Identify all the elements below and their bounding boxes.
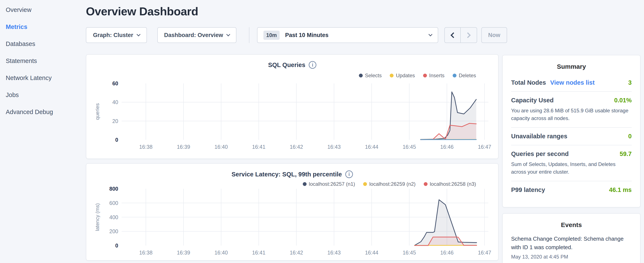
events-heading: Events — [502, 214, 640, 228]
chevron-left-icon — [450, 32, 456, 38]
stat-description: Sum of Selects, Updates, Inserts, and De… — [511, 160, 632, 176]
stat-label: P99 latency — [511, 186, 545, 193]
svg-text:16:39: 16:39 — [177, 144, 190, 150]
svg-text:200: 200 — [109, 228, 118, 234]
graph-dropdown-label: Graph: Cluster — [93, 32, 133, 39]
time-window-select[interactable]: 10m Past 10 Minutes — [257, 27, 438, 43]
page-title: Overview Dashboard — [86, 5, 198, 18]
service-latency-card: Service Latency: SQL, 99th percentile i … — [86, 163, 498, 261]
sidebar-item-network-latency[interactable]: Network Latency — [0, 69, 86, 86]
controls-divider — [249, 27, 250, 43]
svg-text:16:40: 16:40 — [214, 249, 228, 255]
time-window-badge: 10m — [264, 31, 280, 40]
stat-value: 0.01% — [614, 97, 632, 104]
sql-queries-card: SQL Queries i SelectsUpdatesInsertsDelet… — [86, 54, 498, 159]
view-nodes-list-link[interactable]: View nodes list — [550, 79, 595, 86]
svg-text:16:43: 16:43 — [328, 144, 341, 150]
svg-text:16:43: 16:43 — [328, 249, 341, 255]
stat-label: Capacity Used — [511, 97, 554, 104]
svg-text:20: 20 — [112, 118, 118, 124]
stat-row-queries-per-second: Queries per second 59.7 Sum of Selects, … — [511, 145, 632, 181]
dashboard-dropdown-label: Dashboard: Overview — [164, 32, 223, 39]
summary-panel: Summary Total Nodes View nodes list 3 Ca… — [502, 55, 640, 207]
sidebar-item-jobs[interactable]: Jobs — [0, 86, 86, 103]
svg-text:queries: queries — [94, 103, 100, 120]
stat-value: 59.7 — [620, 150, 632, 157]
stat-row-total-nodes: Total Nodes View nodes list 3 — [511, 74, 632, 92]
sidebar-item-metrics[interactable]: Metrics — [0, 18, 86, 35]
chevron-down-icon — [428, 32, 432, 36]
summary-body: Total Nodes View nodes list 3 Capacity U… — [502, 70, 640, 198]
svg-text:40: 40 — [112, 99, 118, 105]
svg-text:16:45: 16:45 — [403, 144, 416, 150]
svg-text:800: 800 — [109, 186, 118, 192]
now-button[interactable]: Now — [481, 27, 507, 43]
events-body: Schema Change Completed: Schema change w… — [502, 228, 640, 260]
event-item: Schema Change Completed: Schema change w… — [511, 234, 632, 260]
svg-text:16:39: 16:39 — [177, 249, 190, 255]
time-window-label: Past 10 Minutes — [285, 32, 429, 39]
controls-bar: Graph: Cluster Dashboard: Overview 10m P… — [86, 27, 644, 43]
svg-text:16:42: 16:42 — [290, 144, 303, 150]
sidebar-item-advanced-debug[interactable]: Advanced Debug — [0, 103, 86, 120]
dashboard-dropdown[interactable]: Dashboard: Overview — [157, 27, 236, 43]
stat-row-capacity-used: Capacity Used 0.01% You are using 28.6 M… — [511, 92, 632, 128]
sidebar: Overview Metrics Databases Statements Ne… — [0, 0, 86, 263]
svg-text:16:41: 16:41 — [252, 249, 266, 255]
app-root: Overview Metrics Databases Statements Ne… — [0, 0, 644, 263]
sql-queries-chart: 16:3816:3916:4016:4116:4216:4316:4416:45… — [86, 55, 499, 159]
svg-text:16:38: 16:38 — [139, 144, 153, 150]
stat-value: 3 — [628, 79, 632, 86]
svg-text:16:38: 16:38 — [139, 249, 153, 255]
chevron-down-icon — [136, 32, 140, 36]
event-timestamp: May 13, 2020 at 4:45 PM — [511, 254, 632, 260]
stat-row-p99-latency: P99 latency 46.1 ms — [511, 181, 632, 198]
stat-value: 46.1 ms — [609, 186, 632, 193]
svg-text:60: 60 — [112, 80, 118, 86]
svg-text:600: 600 — [109, 200, 118, 206]
service-latency-chart: 16:3816:3916:4016:4116:4216:4316:4416:45… — [86, 164, 499, 261]
svg-text:latency (ms): latency (ms) — [94, 203, 100, 231]
svg-text:16:41: 16:41 — [252, 144, 266, 150]
stat-value: 0 — [628, 133, 632, 140]
svg-text:16:45: 16:45 — [403, 249, 416, 255]
svg-text:16:40: 16:40 — [214, 144, 228, 150]
time-step-buttons — [444, 27, 477, 43]
svg-text:16:46: 16:46 — [440, 144, 454, 150]
event-message: Schema Change Completed: Schema change w… — [511, 234, 632, 252]
stat-description: You are using 28.6 MiB of 515.9 GiB usab… — [511, 107, 632, 122]
graph-dropdown[interactable]: Graph: Cluster — [86, 27, 147, 43]
svg-text:16:47: 16:47 — [478, 249, 491, 255]
sidebar-item-statements[interactable]: Statements — [0, 52, 86, 69]
svg-text:16:47: 16:47 — [478, 144, 491, 150]
svg-text:16:42: 16:42 — [290, 249, 303, 255]
chevron-down-icon — [226, 32, 230, 36]
svg-text:16:46: 16:46 — [440, 249, 454, 255]
svg-text:0: 0 — [115, 242, 118, 248]
stat-label: Queries per second — [511, 150, 569, 157]
stat-label: Total Nodes — [511, 79, 546, 86]
svg-text:16:44: 16:44 — [365, 144, 378, 150]
stat-row-unavailable-ranges: Unavailable ranges 0 — [511, 128, 632, 145]
svg-text:0: 0 — [115, 137, 118, 143]
stat-label: Unavailable ranges — [511, 133, 567, 140]
svg-text:16:44: 16:44 — [365, 249, 378, 255]
next-time-button[interactable] — [461, 28, 477, 43]
sidebar-item-overview[interactable]: Overview — [0, 1, 86, 18]
svg-text:400: 400 — [109, 214, 118, 220]
chevron-right-icon — [465, 32, 471, 38]
events-panel: Events Schema Change Completed: Schema c… — [502, 213, 640, 263]
sidebar-item-databases[interactable]: Databases — [0, 35, 86, 52]
summary-heading: Summary — [502, 55, 640, 70]
prev-time-button[interactable] — [445, 28, 461, 43]
